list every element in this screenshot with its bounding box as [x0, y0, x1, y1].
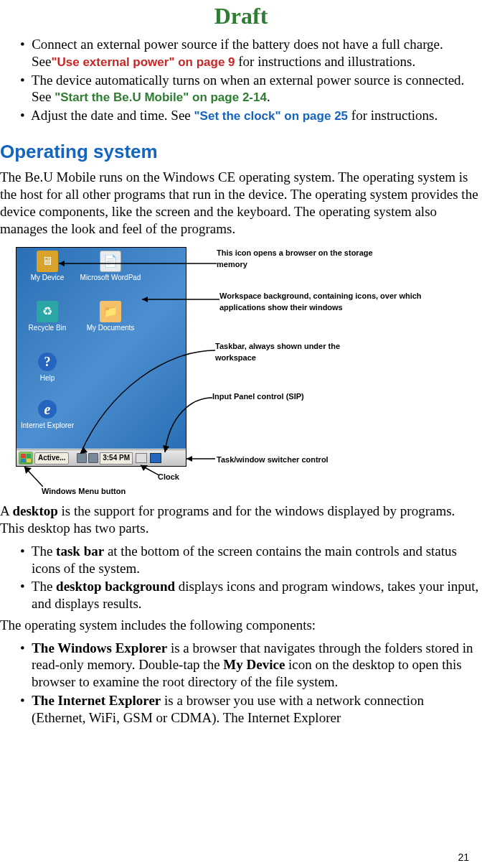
- icon-my-device-label: My Device: [16, 274, 78, 282]
- icon-help[interactable]: ? Help: [16, 351, 78, 383]
- components-list: • The Windows Explorer is a browser that…: [0, 640, 482, 727]
- desktop-intro-pre: A: [0, 503, 12, 518]
- tb-pre: The: [32, 543, 56, 559]
- task-switcher-icon[interactable]: [150, 453, 161, 463]
- icon-my-documents[interactable]: 📁 My Documents: [80, 301, 141, 332]
- annot-storage: This icon opens a browser on the storage…: [217, 247, 396, 270]
- my-device-icon: 🖥: [37, 251, 58, 272]
- annot-taskbar: Taskbar, always shown under the workspac…: [215, 340, 373, 363]
- system-tray: 3:54 PM: [77, 452, 186, 465]
- annot-switcher: Task/window switcher control: [217, 454, 329, 465]
- start-button[interactable]: [19, 452, 33, 465]
- desktop-bullet-background: • The desktop background displays icons …: [20, 578, 481, 612]
- arrow-switcher-icon: [186, 455, 215, 462]
- windows-flag-icon: [21, 454, 31, 462]
- intro-bullet-1-post: for instructions and illustrations.: [235, 54, 416, 69]
- annot-sip: Input Panel control (SIP): [212, 391, 370, 402]
- page-number: 21: [458, 851, 469, 864]
- desktop-parts-list: • The task bar at the bottom of the scre…: [0, 543, 482, 612]
- icon-my-device[interactable]: 🖥 My Device: [16, 251, 78, 282]
- annot-winmenu: Windows Menu button: [42, 485, 126, 497]
- component-windows-explorer: • The Windows Explorer is a browser that…: [20, 640, 481, 691]
- svg-marker-11: [24, 467, 32, 474]
- ie-strong-1: The Internet Explorer: [32, 693, 161, 708]
- para-components-intro: The operating system includes the follow…: [0, 617, 482, 634]
- we-strong-1: The Windows Explorer: [32, 640, 167, 655]
- taskbar-active-pill[interactable]: Active...: [34, 452, 69, 465]
- tray-icon-1[interactable]: [77, 453, 87, 463]
- wordpad-icon: 📄: [100, 251, 121, 272]
- desktop-background[interactable]: 🖥 My Device 📄 Microsoft WordPad ♻ Recycl…: [16, 248, 186, 449]
- heading-operating-system: Operating system: [0, 140, 482, 164]
- icon-internet-explorer[interactable]: e Internet Explorer: [16, 398, 78, 430]
- desktop-bullet-taskbar: • The task bar at the bottom of the scre…: [20, 543, 481, 577]
- sip-control-icon[interactable]: [136, 453, 147, 463]
- link-use-external-power[interactable]: "Use external power" on page 9: [51, 55, 235, 69]
- intro-bullet-2-post: .: [267, 89, 270, 104]
- intro-bullet-list: • Connect an external power source if th…: [0, 36, 482, 124]
- intro-bullet-3-pre: Adjust the date and time. See: [31, 108, 194, 123]
- recycle-bin-icon: ♻: [37, 301, 58, 322]
- para-os-intro: The Be.U Mobile runs on the Windows CE o…: [0, 169, 482, 237]
- icon-wordpad[interactable]: 📄 Microsoft WordPad: [80, 251, 141, 282]
- ie-icon: e: [37, 398, 58, 420]
- wince-screenshot: 🖥 My Device 📄 Microsoft WordPad ♻ Recycl…: [16, 247, 186, 467]
- tray-icon-2[interactable]: [88, 453, 98, 463]
- svg-line-8: [141, 465, 159, 475]
- bg-strong: desktop background: [56, 579, 175, 594]
- desktop-intro-post: is the support for programs and for the …: [0, 503, 455, 536]
- component-internet-explorer: • The Internet Explorer is a browser you…: [20, 692, 481, 727]
- intro-bullet-3-post: for instructions.: [348, 108, 438, 123]
- intro-bullet-3: • Adjust the date and time. See "Set the…: [20, 107, 481, 124]
- desktop-intro-strong: desktop: [12, 503, 57, 518]
- annot-clock: Clock: [158, 471, 179, 482]
- os-screenshot-figure: 🖥 My Device 📄 Microsoft WordPad ♻ Recycl…: [16, 247, 482, 498]
- icon-my-documents-label: My Documents: [80, 324, 141, 332]
- icon-help-label: Help: [16, 374, 78, 383]
- icon-recycle-bin-label: Recycle Bin: [16, 324, 78, 332]
- intro-bullet-2: • The device automatically turns on when…: [20, 72, 481, 106]
- taskbar[interactable]: Active... 3:54 PM: [16, 449, 186, 466]
- draft-watermark: Draft: [0, 0, 482, 30]
- we-strong-2: My Device: [223, 657, 285, 672]
- intro-bullet-1: • Connect an external power source if th…: [20, 36, 481, 70]
- icon-recycle-bin[interactable]: ♻ Recycle Bin: [16, 301, 78, 332]
- link-set-the-clock[interactable]: "Set the clock" on page 25: [194, 109, 349, 123]
- annot-workspace: Workspace background, containing icons, …: [219, 290, 456, 313]
- icon-wordpad-label: Microsoft WordPad: [80, 274, 141, 282]
- tb-strong: task bar: [56, 543, 104, 559]
- link-start-beu-mobile[interactable]: "Start the Be.U Mobile" on page 2-14: [55, 90, 267, 104]
- icon-ie-label: Internet Explorer: [16, 421, 78, 430]
- para-desktop-intro: A desktop is the support for programs an…: [0, 503, 482, 537]
- bg-pre: The: [32, 579, 56, 594]
- svg-line-10: [24, 467, 43, 487]
- svg-marker-7: [186, 456, 192, 462]
- arrow-winmenu-icon: [22, 465, 43, 487]
- taskbar-clock[interactable]: 3:54 PM: [100, 452, 133, 465]
- my-documents-icon: 📁: [100, 301, 121, 322]
- help-icon: ?: [37, 351, 58, 373]
